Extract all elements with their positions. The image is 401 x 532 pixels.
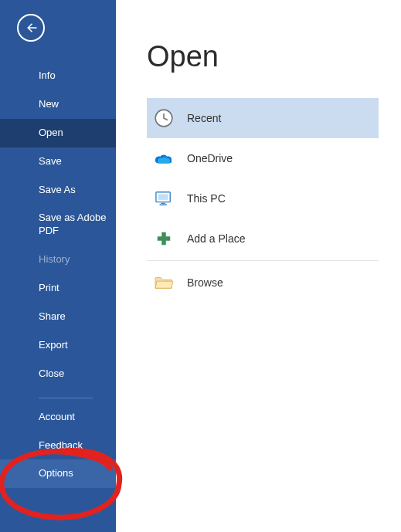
sidebar-item-print[interactable]: Print (0, 274, 116, 303)
location-label: OneDrive (187, 152, 233, 164)
open-location-list: Recent OneDrive This PC (147, 98, 379, 303)
location-add-a-place[interactable]: Add a Place (147, 219, 379, 259)
backstage-sidebar: Info New Open Save Save As Save as Adobe… (0, 0, 116, 532)
svg-rect-2 (158, 195, 168, 200)
location-recent[interactable]: Recent (147, 98, 379, 138)
back-arrow-icon (24, 21, 38, 35)
sidebar-item-feedback[interactable]: Feedback (0, 432, 116, 460)
location-label: This PC (187, 192, 226, 205)
thispc-icon (153, 188, 175, 209)
addplace-icon (153, 228, 175, 249)
location-label: Recent (187, 112, 221, 124)
sidebar-item-history: History (0, 246, 116, 274)
page-title: Open (147, 40, 393, 73)
svg-rect-4 (158, 236, 171, 241)
onedrive-icon (153, 147, 175, 169)
sidebar-item-info[interactable]: Info (0, 62, 116, 90)
back-button[interactable] (17, 14, 45, 42)
sidebar-item-new[interactable]: New (0, 90, 116, 119)
location-onedrive[interactable]: OneDrive (147, 138, 379, 178)
sidebar-item-open[interactable]: Open (0, 119, 116, 147)
clock-icon (153, 107, 175, 129)
folder-icon (153, 272, 175, 293)
location-label: Browse (187, 276, 223, 289)
sidebar-item-account[interactable]: Account (0, 403, 116, 432)
sidebar-item-save-as-adobe-pdf[interactable]: Save as Adobe PDF (0, 204, 116, 246)
location-browse[interactable]: Browse (147, 263, 379, 303)
sidebar-item-options[interactable]: Options (0, 459, 116, 488)
sidebar-item-save[interactable]: Save (0, 147, 116, 176)
location-divider (147, 260, 379, 261)
location-label: Add a Place (187, 232, 246, 245)
sidebar-item-close[interactable]: Close (0, 360, 116, 388)
content-pane: Open Recent OneDrive (116, 0, 401, 532)
sidebar-item-save-as[interactable]: Save As (0, 176, 116, 205)
sidebar-item-share[interactable]: Share (0, 303, 116, 331)
sidebar-item-export[interactable]: Export (0, 331, 116, 360)
location-this-pc[interactable]: This PC (147, 178, 379, 219)
sidebar-divider (39, 398, 93, 398)
